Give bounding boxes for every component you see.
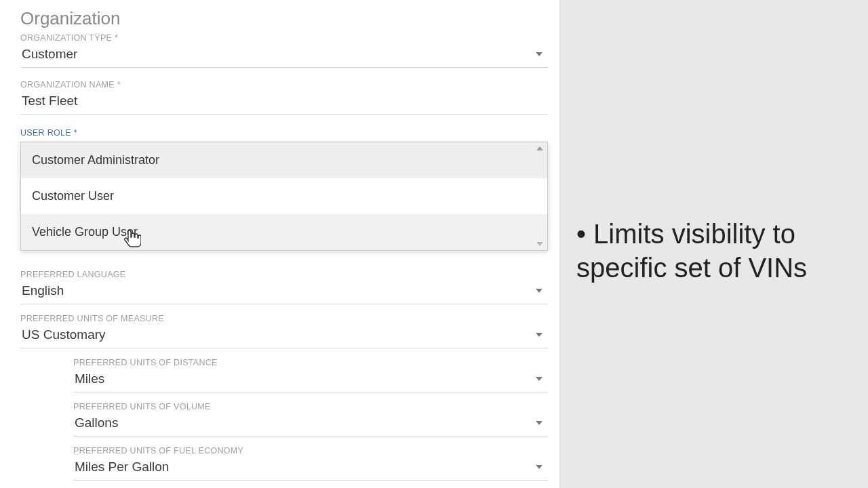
field-preferred-volume: PREFERRED UNITS OF VOLUME Gallons [20,402,546,436]
preferred-language-select[interactable]: English [20,279,548,304]
chevron-down-icon [536,289,542,293]
chevron-down-icon [536,465,542,469]
preferred-fuel-economy-select[interactable]: Miles Per Gallon [73,455,548,481]
scroll-up-icon [536,146,543,150]
preferred-uom-select[interactable]: US Customary [20,323,548,348]
organization-form-panel: Organization ORGANIZATION TYPE * Custome… [0,0,560,488]
preferred-volume-value: Gallons [75,415,118,430]
user-role-option-customer-user[interactable]: Customer User [21,178,547,214]
preferred-distance-select[interactable]: Miles [73,367,548,392]
annotation-panel: • Limits visibility to specific set of V… [560,0,868,488]
organization-type-value: Customer [22,47,77,62]
organization-type-select[interactable]: Customer [20,43,548,68]
preferred-volume-label: PREFERRED UNITS OF VOLUME [73,402,546,411]
user-role-option-vehicle-group-user[interactable]: Vehicle Group User [21,214,547,250]
preferred-fuel-economy-label: PREFERRED UNITS OF FUEL ECONOMY [73,446,546,455]
preferred-distance-value: Miles [75,371,104,386]
annotation-bullet: • Limits visibility to specific set of V… [576,217,852,285]
spacer [576,27,852,217]
chevron-down-icon [536,333,542,337]
user-role-label: USER ROLE * [20,128,546,138]
organization-name-value: Test Fleet [22,94,77,108]
user-role-select[interactable]: Customer Administrator Customer User Veh… [20,142,548,251]
preferred-fuel-economy-value: Miles Per Gallon [75,460,169,474]
preferred-language-value: English [22,283,64,298]
field-organization-name: ORGANIZATION NAME * Test Fleet [20,80,546,115]
scroll-down-icon [536,242,543,246]
preferred-language-label: PREFERRED LANGUAGE [20,270,546,279]
chevron-down-icon [536,52,542,56]
preferred-volume-select[interactable]: Gallons [73,411,548,436]
field-preferred-language: PREFERRED LANGUAGE English [20,270,546,304]
field-preferred-uom: PREFERRED UNITS OF MEASURE US Customary [20,314,546,348]
field-organization-type: ORGANIZATION TYPE * Customer [20,33,546,68]
field-user-role: USER ROLE * Customer Administrator Custo… [20,128,546,251]
chevron-down-icon [536,421,542,425]
preferred-distance-label: PREFERRED UNITS OF DISTANCE [73,358,546,367]
preferred-uom-label: PREFERRED UNITS OF MEASURE [20,314,546,323]
organization-name-label: ORGANIZATION NAME * [20,80,546,89]
preferred-uom-value: US Customary [22,327,106,342]
organization-name-input[interactable]: Test Fleet [20,89,548,115]
organization-type-label: ORGANIZATION TYPE * [20,33,546,43]
user-role-option-customer-administrator[interactable]: Customer Administrator [21,142,547,178]
field-preferred-distance: PREFERRED UNITS OF DISTANCE Miles [20,358,546,392]
section-title-organization: Organization [20,8,546,29]
chevron-down-icon [536,377,542,381]
field-preferred-fuel-economy: PREFERRED UNITS OF FUEL ECONOMY Miles Pe… [20,446,546,481]
user-role-dropdown-list: Customer Administrator Customer User Veh… [20,142,548,251]
